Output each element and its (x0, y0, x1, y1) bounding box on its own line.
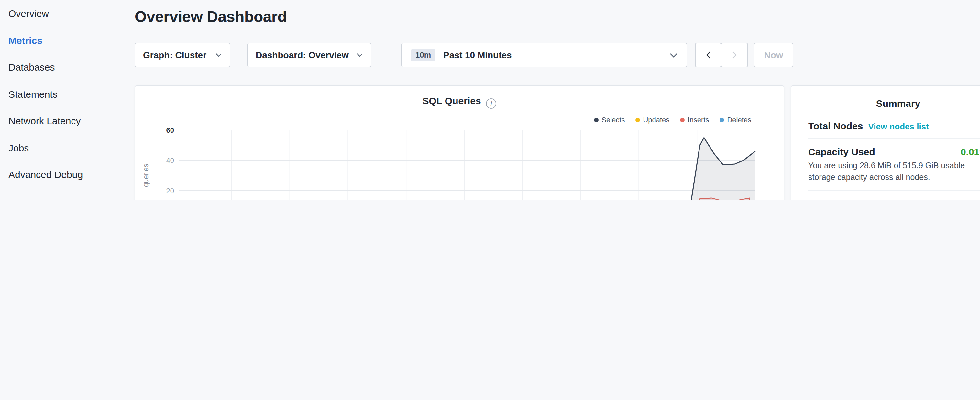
page-title: Overview Dashboard (135, 8, 286, 26)
legend-item[interactable]: Selects (594, 116, 625, 124)
summary-row-capacity-used: Capacity Used 0.01% You are using 28.6 M… (808, 138, 980, 190)
summary-panel: Summary Total Nodes View nodes list 3 Ca… (791, 85, 980, 200)
now-button[interactable]: Now (754, 43, 793, 67)
summary-title: Summary (791, 86, 980, 109)
chevron-down-icon (356, 53, 363, 57)
sidebar-item-overview[interactable]: Overview (0, 0, 123, 27)
summary-label: Unavailable ranges (808, 198, 897, 200)
chevron-left-icon (706, 51, 711, 59)
time-next-button[interactable] (721, 43, 748, 67)
view-nodes-list-link[interactable]: View nodes list (868, 122, 929, 131)
time-prev-button[interactable] (695, 43, 721, 67)
summary-row-total-nodes: Total Nodes View nodes list 3 (808, 113, 980, 138)
legend-label: Selects (601, 116, 625, 124)
legend-item[interactable]: Updates (635, 116, 670, 124)
time-range-picker[interactable]: 10m Past 10 Minutes (401, 43, 687, 67)
summary-label: Total Nodes (808, 120, 863, 131)
dashboard-dropdown-label: Dashboard: Overview (256, 50, 349, 60)
legend-dot (680, 118, 684, 122)
graph-dropdown-label: Graph: Cluster (143, 50, 207, 60)
graph-dropdown[interactable]: Graph: Cluster (135, 43, 231, 67)
dashboard-dropdown[interactable]: Dashboard: Overview (247, 43, 371, 67)
chevron-down-icon (215, 53, 222, 57)
legend-dot (594, 118, 598, 122)
sql-queries-chart-panel: SQL Queriesi SelectsUpdatesInsertsDelete… (135, 85, 784, 200)
info-icon[interactable]: i (486, 98, 496, 109)
sidebar-item-jobs[interactable]: Jobs (0, 134, 123, 161)
svg-text:20: 20 (166, 187, 174, 195)
chart-title: SQL Queriesi (135, 95, 784, 109)
sidebar-item-metrics[interactable]: Metrics (0, 27, 123, 54)
summary-value: 0.01% (961, 146, 980, 157)
now-button-label: Now (764, 50, 783, 60)
svg-text:40: 40 (166, 156, 174, 164)
time-range-label: Past 10 Minutes (443, 50, 512, 60)
sidebar-item-statements[interactable]: Statements (0, 81, 123, 107)
sidebar-item-advanced-debug[interactable]: Advanced Debug (0, 161, 123, 188)
time-range-badge: 10m (411, 49, 436, 61)
summary-caption: You are using 28.6 MiB of 515.9 GiB usab… (808, 161, 980, 183)
summary-body: Total Nodes View nodes list 3 Capacity U… (791, 109, 980, 200)
sql-queries-plot[interactable]: 16:3816:3916:4016:4116:4216:4316:4416:45… (153, 125, 762, 200)
chevron-down-icon (670, 53, 678, 57)
legend-label: Deletes (727, 116, 751, 124)
legend-label: Updates (643, 116, 670, 124)
y-axis-label: queries (142, 164, 150, 187)
app-root: Overview Metrics Databases Statements Ne… (0, 0, 980, 200)
legend-label: Inserts (687, 116, 709, 124)
sidebar: Overview Metrics Databases Statements Ne… (0, 0, 123, 200)
svg-text:60: 60 (166, 126, 174, 134)
chart-legend: SelectsUpdatesInsertsDeletes (594, 116, 751, 124)
chart-title-text: SQL Queries (422, 95, 481, 106)
chevron-right-icon (732, 51, 737, 59)
legend-dot (635, 118, 640, 122)
legend-item[interactable]: Inserts (680, 116, 709, 124)
legend-dot (719, 118, 724, 122)
summary-label: Capacity Used (808, 146, 875, 157)
legend-item[interactable]: Deletes (719, 116, 751, 124)
sidebar-item-databases[interactable]: Databases (0, 54, 123, 81)
summary-row-unavailable-ranges: Unavailable ranges 0 (808, 190, 980, 200)
sidebar-item-network-latency[interactable]: Network Latency (0, 107, 123, 134)
